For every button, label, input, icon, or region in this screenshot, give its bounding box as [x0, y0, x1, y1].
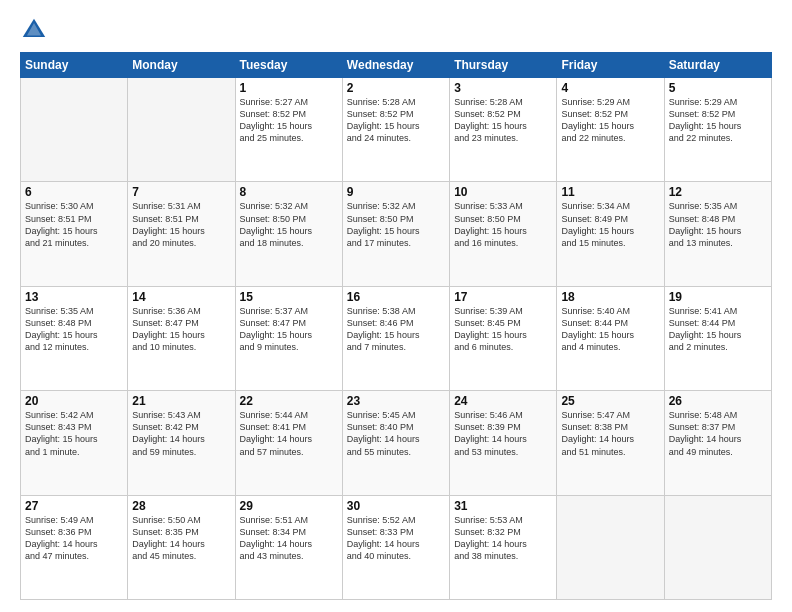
col-header-wednesday: Wednesday — [342, 53, 449, 78]
day-number: 8 — [240, 185, 338, 199]
day-info: Sunrise: 5:46 AM Sunset: 8:39 PM Dayligh… — [454, 409, 552, 458]
day-number: 5 — [669, 81, 767, 95]
day-number: 17 — [454, 290, 552, 304]
day-cell: 5Sunrise: 5:29 AM Sunset: 8:52 PM Daylig… — [664, 78, 771, 182]
day-info: Sunrise: 5:30 AM Sunset: 8:51 PM Dayligh… — [25, 200, 123, 249]
day-number: 22 — [240, 394, 338, 408]
day-cell: 19Sunrise: 5:41 AM Sunset: 8:44 PM Dayli… — [664, 286, 771, 390]
day-number: 2 — [347, 81, 445, 95]
col-header-tuesday: Tuesday — [235, 53, 342, 78]
day-info: Sunrise: 5:32 AM Sunset: 8:50 PM Dayligh… — [347, 200, 445, 249]
day-number: 15 — [240, 290, 338, 304]
day-cell: 18Sunrise: 5:40 AM Sunset: 8:44 PM Dayli… — [557, 286, 664, 390]
day-number: 27 — [25, 499, 123, 513]
col-header-thursday: Thursday — [450, 53, 557, 78]
week-row-5: 27Sunrise: 5:49 AM Sunset: 8:36 PM Dayli… — [21, 495, 772, 599]
calendar-table: SundayMondayTuesdayWednesdayThursdayFrid… — [20, 52, 772, 600]
day-number: 9 — [347, 185, 445, 199]
day-number: 11 — [561, 185, 659, 199]
day-cell: 16Sunrise: 5:38 AM Sunset: 8:46 PM Dayli… — [342, 286, 449, 390]
day-number: 28 — [132, 499, 230, 513]
day-info: Sunrise: 5:42 AM Sunset: 8:43 PM Dayligh… — [25, 409, 123, 458]
day-info: Sunrise: 5:28 AM Sunset: 8:52 PM Dayligh… — [454, 96, 552, 145]
day-info: Sunrise: 5:39 AM Sunset: 8:45 PM Dayligh… — [454, 305, 552, 354]
day-cell: 9Sunrise: 5:32 AM Sunset: 8:50 PM Daylig… — [342, 182, 449, 286]
day-number: 31 — [454, 499, 552, 513]
day-cell: 11Sunrise: 5:34 AM Sunset: 8:49 PM Dayli… — [557, 182, 664, 286]
day-cell — [128, 78, 235, 182]
day-info: Sunrise: 5:41 AM Sunset: 8:44 PM Dayligh… — [669, 305, 767, 354]
day-cell: 12Sunrise: 5:35 AM Sunset: 8:48 PM Dayli… — [664, 182, 771, 286]
week-row-1: 1Sunrise: 5:27 AM Sunset: 8:52 PM Daylig… — [21, 78, 772, 182]
day-info: Sunrise: 5:45 AM Sunset: 8:40 PM Dayligh… — [347, 409, 445, 458]
day-info: Sunrise: 5:43 AM Sunset: 8:42 PM Dayligh… — [132, 409, 230, 458]
day-cell: 21Sunrise: 5:43 AM Sunset: 8:42 PM Dayli… — [128, 391, 235, 495]
day-cell — [664, 495, 771, 599]
day-number: 7 — [132, 185, 230, 199]
day-number: 14 — [132, 290, 230, 304]
day-number: 19 — [669, 290, 767, 304]
day-cell: 15Sunrise: 5:37 AM Sunset: 8:47 PM Dayli… — [235, 286, 342, 390]
page: SundayMondayTuesdayWednesdayThursdayFrid… — [0, 0, 792, 612]
day-cell: 2Sunrise: 5:28 AM Sunset: 8:52 PM Daylig… — [342, 78, 449, 182]
day-number: 25 — [561, 394, 659, 408]
day-number: 23 — [347, 394, 445, 408]
day-info: Sunrise: 5:35 AM Sunset: 8:48 PM Dayligh… — [25, 305, 123, 354]
day-cell: 31Sunrise: 5:53 AM Sunset: 8:32 PM Dayli… — [450, 495, 557, 599]
day-cell: 1Sunrise: 5:27 AM Sunset: 8:52 PM Daylig… — [235, 78, 342, 182]
day-cell — [557, 495, 664, 599]
header — [20, 16, 772, 44]
day-cell: 22Sunrise: 5:44 AM Sunset: 8:41 PM Dayli… — [235, 391, 342, 495]
day-info: Sunrise: 5:31 AM Sunset: 8:51 PM Dayligh… — [132, 200, 230, 249]
week-row-3: 13Sunrise: 5:35 AM Sunset: 8:48 PM Dayli… — [21, 286, 772, 390]
col-header-friday: Friday — [557, 53, 664, 78]
day-cell: 6Sunrise: 5:30 AM Sunset: 8:51 PM Daylig… — [21, 182, 128, 286]
day-cell: 28Sunrise: 5:50 AM Sunset: 8:35 PM Dayli… — [128, 495, 235, 599]
day-number: 29 — [240, 499, 338, 513]
day-info: Sunrise: 5:47 AM Sunset: 8:38 PM Dayligh… — [561, 409, 659, 458]
logo — [20, 16, 52, 44]
header-row: SundayMondayTuesdayWednesdayThursdayFrid… — [21, 53, 772, 78]
day-cell: 29Sunrise: 5:51 AM Sunset: 8:34 PM Dayli… — [235, 495, 342, 599]
day-number: 4 — [561, 81, 659, 95]
day-cell: 27Sunrise: 5:49 AM Sunset: 8:36 PM Dayli… — [21, 495, 128, 599]
day-info: Sunrise: 5:28 AM Sunset: 8:52 PM Dayligh… — [347, 96, 445, 145]
day-cell: 3Sunrise: 5:28 AM Sunset: 8:52 PM Daylig… — [450, 78, 557, 182]
day-cell: 7Sunrise: 5:31 AM Sunset: 8:51 PM Daylig… — [128, 182, 235, 286]
day-info: Sunrise: 5:35 AM Sunset: 8:48 PM Dayligh… — [669, 200, 767, 249]
day-info: Sunrise: 5:33 AM Sunset: 8:50 PM Dayligh… — [454, 200, 552, 249]
day-number: 6 — [25, 185, 123, 199]
day-cell: 20Sunrise: 5:42 AM Sunset: 8:43 PM Dayli… — [21, 391, 128, 495]
day-info: Sunrise: 5:48 AM Sunset: 8:37 PM Dayligh… — [669, 409, 767, 458]
day-number: 10 — [454, 185, 552, 199]
day-cell: 25Sunrise: 5:47 AM Sunset: 8:38 PM Dayli… — [557, 391, 664, 495]
day-info: Sunrise: 5:38 AM Sunset: 8:46 PM Dayligh… — [347, 305, 445, 354]
day-info: Sunrise: 5:51 AM Sunset: 8:34 PM Dayligh… — [240, 514, 338, 563]
day-info: Sunrise: 5:44 AM Sunset: 8:41 PM Dayligh… — [240, 409, 338, 458]
day-number: 24 — [454, 394, 552, 408]
day-info: Sunrise: 5:32 AM Sunset: 8:50 PM Dayligh… — [240, 200, 338, 249]
day-number: 26 — [669, 394, 767, 408]
day-info: Sunrise: 5:40 AM Sunset: 8:44 PM Dayligh… — [561, 305, 659, 354]
day-info: Sunrise: 5:53 AM Sunset: 8:32 PM Dayligh… — [454, 514, 552, 563]
day-number: 21 — [132, 394, 230, 408]
day-cell: 10Sunrise: 5:33 AM Sunset: 8:50 PM Dayli… — [450, 182, 557, 286]
day-info: Sunrise: 5:27 AM Sunset: 8:52 PM Dayligh… — [240, 96, 338, 145]
day-cell — [21, 78, 128, 182]
day-info: Sunrise: 5:37 AM Sunset: 8:47 PM Dayligh… — [240, 305, 338, 354]
day-cell: 13Sunrise: 5:35 AM Sunset: 8:48 PM Dayli… — [21, 286, 128, 390]
day-number: 20 — [25, 394, 123, 408]
col-header-saturday: Saturday — [664, 53, 771, 78]
day-number: 18 — [561, 290, 659, 304]
week-row-4: 20Sunrise: 5:42 AM Sunset: 8:43 PM Dayli… — [21, 391, 772, 495]
day-number: 30 — [347, 499, 445, 513]
day-number: 12 — [669, 185, 767, 199]
day-cell: 24Sunrise: 5:46 AM Sunset: 8:39 PM Dayli… — [450, 391, 557, 495]
day-info: Sunrise: 5:50 AM Sunset: 8:35 PM Dayligh… — [132, 514, 230, 563]
col-header-sunday: Sunday — [21, 53, 128, 78]
day-number: 3 — [454, 81, 552, 95]
logo-icon — [20, 16, 48, 44]
day-info: Sunrise: 5:29 AM Sunset: 8:52 PM Dayligh… — [561, 96, 659, 145]
day-cell: 26Sunrise: 5:48 AM Sunset: 8:37 PM Dayli… — [664, 391, 771, 495]
week-row-2: 6Sunrise: 5:30 AM Sunset: 8:51 PM Daylig… — [21, 182, 772, 286]
